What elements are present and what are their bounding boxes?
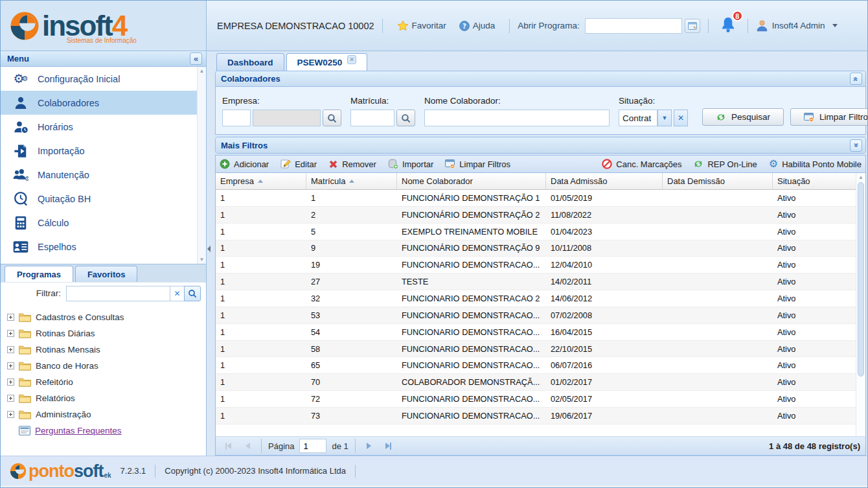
tab-dashboard[interactable]: Dashboard [216, 53, 284, 71]
help-button[interactable]: ? Ajuda [459, 21, 496, 31]
sidebar-item-colaboradores[interactable]: Colaboradores [1, 91, 206, 115]
next-page-button[interactable] [362, 439, 376, 453]
last-page-button[interactable] [382, 439, 396, 453]
cell-demissao [663, 240, 773, 257]
scroll-up-icon[interactable]: ▲ [856, 174, 865, 180]
scroll-down-icon[interactable]: ▼ [200, 257, 205, 262]
sidebar-item-manutencao[interactable]: ⚙ Manutenção [1, 163, 206, 187]
adicionar-button[interactable]: Adicionar [220, 159, 269, 169]
page-input[interactable] [299, 439, 326, 453]
program-lookup-button[interactable] [685, 19, 700, 33]
editar-button[interactable]: Editar [280, 159, 317, 169]
column-data-demissao[interactable]: Data Demissão [663, 173, 773, 189]
table-row[interactable]: 1 5 EXEMPLO TREINAMENTO MOBILE 01/04/202… [216, 224, 865, 240]
grid-scrollbar[interactable]: ▲ [856, 173, 865, 436]
tree-item-relatorios[interactable]: Relatórios [7, 390, 206, 406]
table-row[interactable]: 1 65 FUNCIONARIO DEMONSTRACAO... 06/07/2… [216, 357, 865, 374]
svg-text:⚙: ⚙ [25, 175, 29, 182]
column-data-admissao[interactable]: Data Admissão [546, 173, 663, 189]
cell-nome: FUNCIONARIO DEMONSTRACAO... [397, 324, 546, 340]
expand-panel-button[interactable]: « [850, 139, 862, 152]
expand-icon[interactable] [7, 395, 14, 402]
search-icon[interactable] [184, 286, 201, 301]
nome-colaborador-input[interactable] [424, 110, 610, 126]
matricula-input[interactable] [350, 110, 394, 126]
tree-item-rotinas-diarias[interactable]: Rotinas Diárias [7, 325, 206, 342]
matricula-lookup-button[interactable] [396, 110, 415, 126]
expand-icon[interactable] [7, 314, 14, 321]
separator [355, 439, 356, 453]
importar-button[interactable]: Importar [388, 159, 433, 169]
sidebar-item-importacao[interactable]: Importação [1, 139, 206, 163]
table-row[interactable]: 1 58 FUNCIONARIO DEMONSTRACAO... 22/10/2… [216, 341, 865, 358]
table-row[interactable]: 1 19 FUNCIONARIO DEMONSTRACAO... 12/04/2… [216, 257, 865, 273]
table-row[interactable]: 1 9 FUNCIONÁRIO DEMONSTRAÇÃO 9 10/11/200… [216, 240, 865, 257]
tree-item-banco-de-horas[interactable]: Banco de Horas [7, 358, 206, 374]
notifications-button[interactable]: 8 [720, 16, 736, 35]
prev-page-button[interactable] [240, 439, 255, 453]
tree-item-refeitorio[interactable]: Refeitório [7, 374, 206, 390]
rep-online-button[interactable]: REP On-Line [693, 159, 757, 169]
tree-item-perguntas-frequentes[interactable]: Perguntas Frequentes [7, 423, 206, 439]
open-program-input[interactable] [585, 18, 682, 34]
splitter-collapse-icon[interactable] [207, 246, 211, 252]
table-row[interactable]: 1 1 FUNCIONÁRIO DEMONSTRAÇÃO 1 01/05/201… [216, 190, 865, 207]
menu-scrollbar[interactable]: ▲ ▼ [197, 67, 206, 264]
close-tab-icon[interactable]: ✕ [347, 55, 356, 64]
empresa-code-input[interactable] [222, 110, 251, 126]
first-page-button[interactable] [221, 439, 235, 453]
expand-icon[interactable] [7, 330, 14, 337]
favorite-button[interactable]: Favoritar [397, 20, 446, 32]
expand-icon[interactable] [7, 411, 14, 418]
sidebar-item-configuracao-inicial[interactable]: ⚙⚙ Configuração Inicial [1, 67, 206, 91]
sidebar-item-horarios[interactable]: Horários [1, 115, 206, 139]
collapse-panel-button[interactable]: « [850, 73, 862, 85]
sidebar-item-espelhos[interactable]: Espelhos [1, 235, 206, 259]
user-menu[interactable]: Insoft4 Admin [756, 19, 838, 32]
expand-icon[interactable] [7, 362, 14, 369]
table-row[interactable]: 1 2 FUNCIONÁRIO DEMONSTRAÇÃO 2 11/08/202… [216, 207, 865, 224]
scrollbar-thumb[interactable] [858, 182, 864, 377]
table-row[interactable]: 1 70 COLABORADOR DEMONSTRAÇÃ... 01/02/20… [216, 374, 865, 391]
combo-dropdown-icon[interactable]: ▼ [657, 110, 672, 126]
table-row[interactable]: 1 72 FUNCIONARIO DEMONSTRACAO... 02/05/2… [216, 391, 865, 408]
column-empresa[interactable]: Empresa [216, 173, 306, 189]
situacao-combo[interactable]: Contrat ▼ ✕ [619, 110, 688, 126]
column-situacao[interactable]: Situação [773, 173, 865, 189]
empresa-lookup-button[interactable] [323, 110, 341, 126]
cell-empresa: 1 [216, 374, 306, 390]
tab-programas[interactable]: Programas [5, 266, 73, 282]
clear-filter-icon[interactable]: ✕ [170, 286, 184, 301]
scroll-up-icon[interactable]: ▲ [200, 68, 205, 74]
collapse-menu-button[interactable]: « [190, 52, 202, 65]
tab-favoritos[interactable]: Favoritos [75, 266, 138, 282]
app-window: insoft4 Sistemas de Informação EMPRESA D… [0, 0, 868, 488]
expand-icon[interactable] [7, 378, 14, 386]
sidebar-item-quitacao-bh[interactable]: Quitação BH [1, 187, 206, 211]
column-nome-colaborador[interactable]: Nome Colaborador [397, 173, 546, 189]
sidebar-item-calculo[interactable]: Cálculo [1, 211, 206, 235]
cancelar-marcacoes-button[interactable]: Canc. Marcações [602, 159, 681, 169]
cell-situacao: Ativo [773, 273, 865, 290]
habilita-ponto-mobile-button[interactable]: ⚙ Habilita Ponto Mobile [769, 159, 862, 169]
table-row[interactable]: 1 54 FUNCIONARIO DEMONSTRACAO... 16/04/2… [216, 324, 865, 341]
pesquisar-button[interactable]: Pesquisar [702, 108, 784, 126]
sidebar-splitter[interactable] [207, 51, 214, 456]
table-row[interactable]: 1 53 FUNCIONARIO DEMONSTRACAO... 07/02/2… [216, 307, 865, 324]
table-row[interactable]: 1 32 FUNCIONARIO DEMONSTRACAO 2 14/06/20… [216, 290, 865, 307]
tree-item-rotinas-mensais[interactable]: Rotinas Mensais [7, 342, 206, 358]
tree-item-cadastros[interactable]: Cadastros e Consultas [7, 309, 206, 325]
limpar-filtros-button[interactable]: Limpar Filtros [790, 108, 867, 126]
table-row[interactable]: 1 27 TESTE 14/02/2011 Ativo [216, 273, 865, 290]
combo-clear-icon[interactable]: ✕ [674, 110, 688, 126]
tab-psew0250[interactable]: PSEW0250 ✕ [286, 53, 368, 71]
expand-icon[interactable] [7, 346, 14, 353]
table-row[interactable]: 1 73 FUNCIONARIO DEMONSTRACAO... 19/06/2… [216, 408, 865, 424]
tree-item-administracao[interactable]: Administração [7, 406, 206, 423]
tree-filter-input[interactable] [66, 286, 170, 301]
separator [708, 19, 709, 33]
cell-nome: EXEMPLO TREINAMENTO MOBILE [397, 224, 546, 240]
column-matricula[interactable]: Matrícula [306, 173, 397, 189]
limpar-filtros-toolbar-button[interactable]: Limpar Filtros [445, 159, 510, 169]
remover-button[interactable]: Remover [328, 159, 376, 169]
